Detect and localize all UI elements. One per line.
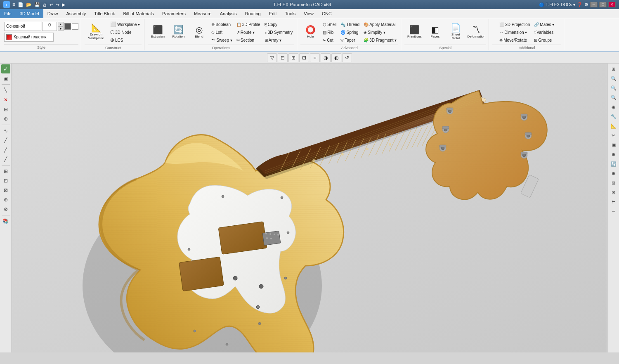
menu-edit[interactable]: Edit: [265, 9, 281, 18]
tool-close[interactable]: ✕: [1, 95, 10, 104]
extra-icon[interactable]: ▶: [62, 2, 65, 7]
open-icon[interactable]: 📂: [26, 2, 32, 7]
taper-button[interactable]: ▽Taper: [339, 36, 361, 44]
right-tool-cut[interactable]: ✂: [609, 131, 618, 140]
tool-grid3[interactable]: ⊠: [1, 186, 10, 195]
right-tool-zoom-in[interactable]: 🔍: [609, 83, 618, 92]
settings-icon[interactable]: ⚙: [584, 2, 588, 7]
color-icon2[interactable]: [72, 23, 78, 30]
tool-rectangle[interactable]: ▣: [1, 74, 10, 83]
menu-routing[interactable]: Routing: [241, 9, 265, 18]
variables-button[interactable]: 𝑥Variables: [532, 28, 556, 36]
route-button[interactable]: ↗Route ▾: [235, 28, 262, 36]
simplify-button[interactable]: ◈Simplify ▾: [362, 28, 398, 36]
color-icon1[interactable]: [64, 23, 71, 30]
rotation-button[interactable]: 🔄 Rotation: [168, 20, 188, 44]
menu-measure[interactable]: Measure: [190, 9, 216, 18]
tool-plus[interactable]: ⊕: [1, 195, 10, 204]
extrusion-button[interactable]: ⬛ Extrusion: [148, 20, 168, 44]
sheet-metal-button[interactable]: 📄 SheetMetal: [446, 20, 465, 44]
menu-assembly[interactable]: Assembly: [62, 9, 90, 18]
tool-diagonal2[interactable]: ╱: [1, 145, 10, 154]
print-icon[interactable]: 🖨: [43, 2, 47, 7]
hole-button[interactable]: ⭕ Hole: [300, 20, 320, 44]
rib-button[interactable]: ▥Rib: [321, 28, 338, 36]
view-other-btn[interactable]: ◐: [331, 53, 341, 62]
tool-home[interactable]: ⊕: [1, 114, 10, 123]
boolean-button[interactable]: ⊕Boolean: [210, 21, 234, 28]
right-tool-plus[interactable]: ⊕: [609, 150, 618, 159]
array-button[interactable]: ⊞Array ▾: [263, 36, 295, 44]
groups-button[interactable]: ⊞Groups: [532, 36, 556, 44]
menu-bom[interactable]: Bill of Materials: [119, 9, 158, 18]
view-half-btn[interactable]: ◑: [321, 53, 331, 62]
help-icon[interactable]: ❓: [577, 2, 583, 7]
right-tool-measure[interactable]: 📐: [609, 121, 618, 130]
tool-select[interactable]: ✓: [1, 64, 10, 73]
3dfragment-button[interactable]: 🧩3D Fragment ▾: [362, 36, 398, 44]
tool-line[interactable]: ╲: [1, 86, 10, 95]
2dprojection-button[interactable]: ⬜2D Projection: [498, 21, 532, 28]
cut-button[interactable]: ✁Cut: [321, 36, 338, 44]
tool-book[interactable]: 📚: [1, 217, 10, 226]
primitives-button[interactable]: ⬛ Primitives: [404, 20, 424, 44]
right-tool-box[interactable]: ▣: [609, 140, 618, 149]
3dprofile-button[interactable]: 📋3D Profile: [235, 21, 262, 28]
menu-analysis[interactable]: Analysis: [216, 9, 241, 18]
copy-button[interactable]: ⎘Copy: [263, 21, 295, 28]
shell-button[interactable]: ⬡Shell: [321, 21, 338, 28]
menu-draw[interactable]: Draw: [43, 9, 62, 18]
deformation-button[interactable]: 〽 Deformation: [466, 20, 486, 44]
right-tool-settings[interactable]: 🔧: [609, 112, 618, 121]
apply-material-button[interactable]: 🎨Apply Material: [362, 21, 398, 28]
maximize-button[interactable]: □: [599, 2, 607, 7]
menu-parameters[interactable]: Parameters: [158, 9, 190, 18]
section-button[interactable]: ✂Section: [235, 36, 262, 44]
tool-circle[interactable]: ⊗: [1, 205, 10, 214]
view-circle-btn[interactable]: ○: [310, 53, 320, 62]
moverotate-button[interactable]: ✥Move/Rotate: [498, 36, 532, 44]
new-icon[interactable]: 📄: [18, 2, 24, 7]
spring-button[interactable]: 🌀Spring: [339, 28, 361, 36]
menu-tools[interactable]: Tools: [281, 9, 300, 18]
right-tool-orbit[interactable]: ◉: [609, 102, 618, 111]
filter-btn[interactable]: ▽: [267, 53, 277, 62]
view-refresh-btn[interactable]: ↺: [342, 53, 352, 62]
tool-grid1[interactable]: ⊞: [1, 167, 10, 176]
dimension-button[interactable]: ↔Dimension ▾: [498, 28, 532, 36]
menu-view[interactable]: View: [300, 9, 318, 18]
save-icon[interactable]: 💾: [34, 2, 40, 7]
right-tool-grid[interactable]: ⊡: [609, 188, 618, 197]
right-tool-view[interactable]: ⊞: [609, 64, 618, 73]
spin-up[interactable]: ▲: [58, 22, 64, 26]
3dnode-button[interactable]: ⬡3D Node: [109, 28, 142, 36]
draw-on-workplane-button[interactable]: 📐 Draw onWorkplane: [85, 20, 108, 44]
style-dropdown[interactable]: Основной: [4, 22, 41, 31]
tool-curve[interactable]: ∿: [1, 126, 10, 135]
viewport[interactable]: [12, 64, 607, 352]
tool-diagonal1[interactable]: ╱: [1, 136, 10, 145]
thread-button[interactable]: 🔩Thread: [339, 21, 361, 28]
style-number-input[interactable]: 0: [42, 22, 57, 31]
docs-label[interactable]: T-FLEX DOCs ▾: [546, 2, 575, 7]
right-tool-rotate[interactable]: 🔄: [609, 159, 618, 168]
menu-3dmodel[interactable]: 3D Model: [16, 9, 43, 18]
faces-button[interactable]: ◧ Faces: [425, 20, 445, 44]
close-button[interactable]: ✕: [608, 2, 616, 7]
right-tool-cross[interactable]: ⊠: [609, 178, 618, 187]
spin-down[interactable]: ▼: [58, 26, 64, 31]
view-snap-btn[interactable]: ⊡: [299, 53, 309, 62]
mates-button[interactable]: 🔗Mates ▾: [532, 21, 556, 28]
redo-icon[interactable]: ↪: [56, 2, 59, 7]
3dsymmetry-button[interactable]: ⬦3D Symmetry: [263, 28, 295, 36]
loft-button[interactable]: ◇Loft: [210, 28, 234, 36]
lcs-button[interactable]: ⊕LCS: [109, 36, 142, 44]
right-tool-right[interactable]: ⊣: [609, 207, 618, 216]
menu-file[interactable]: File: [0, 9, 16, 18]
workplane-button[interactable]: ⬜Workplane ▾: [109, 21, 142, 28]
view-select-btn[interactable]: ⊟: [278, 53, 288, 62]
tool-minus[interactable]: ⊟: [1, 105, 10, 114]
material-dropdown[interactable]: Красный пластик: [4, 33, 54, 42]
blend-button[interactable]: ◎ Blend: [189, 20, 209, 44]
system-menu-icon[interactable]: ≡: [12, 2, 15, 7]
